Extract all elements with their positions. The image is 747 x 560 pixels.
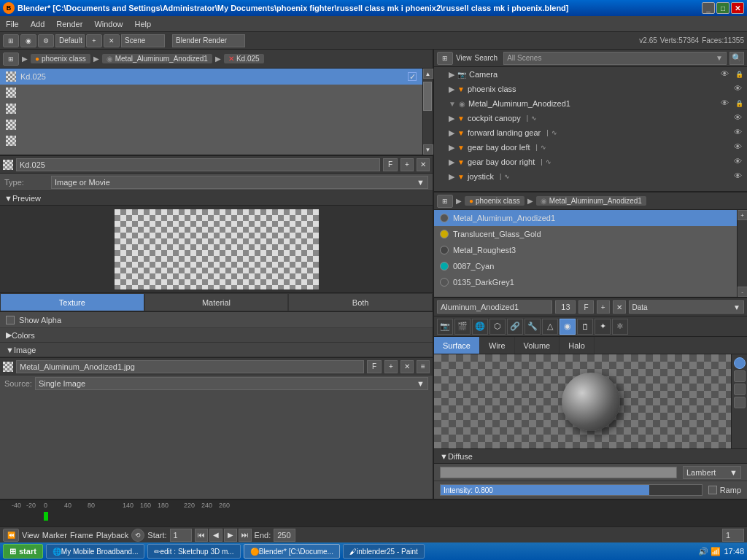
image-f-btn[interactable]: F: [367, 360, 382, 373]
start-button[interactable]: ⊞ start: [3, 544, 43, 559]
scene-item-landing-gear[interactable]: ▶ ▼ forward landing gear | ∿ 👁: [434, 125, 747, 140]
image-extra-btn[interactable]: ≡: [417, 360, 430, 373]
gear-right-eye[interactable]: 👁: [734, 157, 744, 167]
renderer-dropdown[interactable]: Blender Render: [172, 34, 245, 47]
camera-eye[interactable]: 👁: [721, 69, 731, 79]
taskbar-blender[interactable]: 🟠 Blender* [C:\Docume...: [244, 544, 340, 559]
preview-cube-icon[interactable]: [734, 384, 746, 395]
panel-icon[interactable]: ⊞: [3, 52, 19, 66]
play-next[interactable]: ▶: [224, 529, 237, 542]
texture-slot-4[interactable]: [0, 117, 422, 133]
breadcrumb-phoenix[interactable]: ● phoenix class: [31, 54, 90, 63]
props-icon[interactable]: ⊞: [437, 195, 453, 208]
material-eye[interactable]: 👁: [721, 98, 731, 109]
phoenix-eye[interactable]: 👁: [734, 84, 744, 94]
mat-minus-btn[interactable]: ✕: [613, 300, 626, 314]
toolbar-icon-3[interactable]: ⚙: [38, 34, 54, 47]
tab-material[interactable]: Material: [144, 293, 289, 311]
taskbar-broadband[interactable]: 🌐 My Mobile Broadband...: [46, 544, 145, 559]
particles-icon[interactable]: ✦: [595, 319, 611, 335]
scene-item-joystick[interactable]: ▶ ▼ joystick | ∿ 👁: [434, 169, 747, 184]
view-label[interactable]: View: [456, 54, 472, 62]
tab-wire[interactable]: Wire: [480, 337, 515, 354]
scroll-up[interactable]: ▲: [423, 69, 433, 79]
joystick-eye[interactable]: 👁: [734, 171, 744, 182]
modifier-icon[interactable]: 🔧: [525, 319, 541, 335]
landing-eye[interactable]: 👁: [734, 128, 744, 138]
menu-render[interactable]: Render: [50, 16, 88, 31]
data-icon[interactable]: △: [542, 319, 558, 335]
scene-item-phoenix[interactable]: ▶ ▼ phoenix class 👁: [434, 82, 747, 96]
texture-slot-3[interactable]: [0, 101, 422, 117]
marker-btn[interactable]: Marker: [42, 531, 67, 540]
diffuse-color-swatch[interactable]: [440, 467, 677, 478]
timeline-icon[interactable]: ⏪: [3, 529, 19, 542]
frame-btn[interactable]: Frame: [70, 531, 93, 540]
play-end[interactable]: ⏭: [239, 529, 252, 542]
breadcrumb-texture[interactable]: ✕ Kd.025: [224, 54, 264, 63]
shader-dropdown[interactable]: Lambert ▼: [683, 466, 741, 479]
ramp-checkbox[interactable]: [708, 486, 717, 494]
breadcrumb-material[interactable]: ◉ Metal_Aluminum_Anodized1: [102, 54, 212, 63]
toolbar-remove[interactable]: ✕: [104, 34, 120, 47]
start-field[interactable]: 1: [170, 529, 192, 542]
props-breadcrumb-phoenix[interactable]: ● phoenix class: [465, 196, 525, 206]
texture-add-btn[interactable]: +: [400, 158, 414, 171]
play-begin[interactable]: ⏮: [195, 529, 208, 542]
texture-f-btn[interactable]: F: [383, 158, 398, 171]
view-btn[interactable]: View: [22, 531, 39, 540]
mat-item-aluminum[interactable]: Metal_Aluminum_Anodized1: [434, 210, 737, 226]
preview-header[interactable]: ▼ Preview: [0, 191, 433, 206]
camera-restrict[interactable]: 🔒: [734, 69, 744, 79]
outliner-scene-selector[interactable]: All Scenes ▼: [503, 52, 727, 65]
current-frame-field[interactable]: 1: [722, 529, 744, 542]
tab-both[interactable]: Both: [288, 293, 433, 311]
play-prev[interactable]: ◀: [209, 529, 222, 542]
close-button[interactable]: ✕: [731, 2, 744, 14]
physics-icon[interactable]: ⚛: [612, 319, 628, 335]
mat-scroll-up[interactable]: +: [738, 210, 748, 220]
image-file-field[interactable]: [16, 360, 364, 373]
search-label[interactable]: Search: [475, 54, 498, 62]
image-minus-btn[interactable]: ✕: [400, 360, 414, 373]
cockpit-eye[interactable]: 👁: [734, 113, 744, 123]
intensity-bar[interactable]: Intensity: 0.800: [440, 484, 703, 496]
data-dropdown[interactable]: Data ▼: [629, 300, 744, 314]
mat-item-cyan[interactable]: 0087_Cyan: [434, 258, 737, 274]
outliner-icon[interactable]: ⊞: [437, 52, 453, 65]
loop-btn[interactable]: ⟲: [131, 529, 144, 542]
texture-slot-2[interactable]: [0, 85, 422, 101]
mat-index-field[interactable]: [555, 300, 576, 314]
preview-plane-icon[interactable]: [734, 370, 746, 382]
props-breadcrumb-material[interactable]: ◉ Metal_Aluminum_Anodized1: [536, 196, 646, 206]
texture-icon-btn[interactable]: 🗒: [577, 319, 593, 335]
gear-left-eye[interactable]: 👁: [734, 142, 744, 152]
show-alpha-checkbox[interactable]: [6, 316, 15, 324]
world-icon[interactable]: 🌐: [472, 319, 488, 335]
mat-name-input[interactable]: [437, 300, 552, 314]
mat-item-gold[interactable]: Translucent_Glass_Gold: [434, 226, 737, 242]
object-icon[interactable]: ⬡: [489, 319, 506, 335]
mat-item-roughest[interactable]: Metal_Roughest3: [434, 242, 737, 258]
tab-texture[interactable]: Texture: [0, 293, 144, 311]
toolbar-add[interactable]: +: [86, 34, 102, 47]
layout-dropdown[interactable]: Default: [55, 34, 85, 47]
scene-item-gear-right[interactable]: ▶ ▼ gear bay door right | ∿ 👁: [434, 155, 747, 169]
menu-window[interactable]: Window: [88, 16, 128, 31]
type-dropdown[interactable]: Image or Movie ▼: [51, 176, 428, 189]
scene-dropdown[interactable]: Scene: [121, 34, 165, 47]
scene-item-cockpit[interactable]: ▶ ▼ cockpit canopy | ∿ 👁: [434, 111, 747, 125]
mat-add-btn[interactable]: +: [597, 300, 610, 314]
image-add-btn[interactable]: +: [384, 360, 398, 373]
scene-item-camera[interactable]: ▶ 📷 Camera 👁 🔒: [434, 67, 747, 82]
image-header[interactable]: ▼ Image: [0, 343, 433, 357]
mat-f-btn[interactable]: F: [578, 300, 593, 314]
minimize-button[interactable]: _: [702, 2, 715, 14]
texture-name-field[interactable]: [16, 158, 380, 171]
colors-header[interactable]: ▶ Colors: [0, 328, 433, 343]
maximize-button[interactable]: □: [716, 2, 729, 14]
scroll-thumb[interactable]: [423, 82, 432, 111]
tab-halo[interactable]: Halo: [560, 337, 595, 354]
preview-sphere-icon[interactable]: [734, 357, 746, 369]
source-dropdown[interactable]: Single Image ▼: [35, 377, 428, 390]
